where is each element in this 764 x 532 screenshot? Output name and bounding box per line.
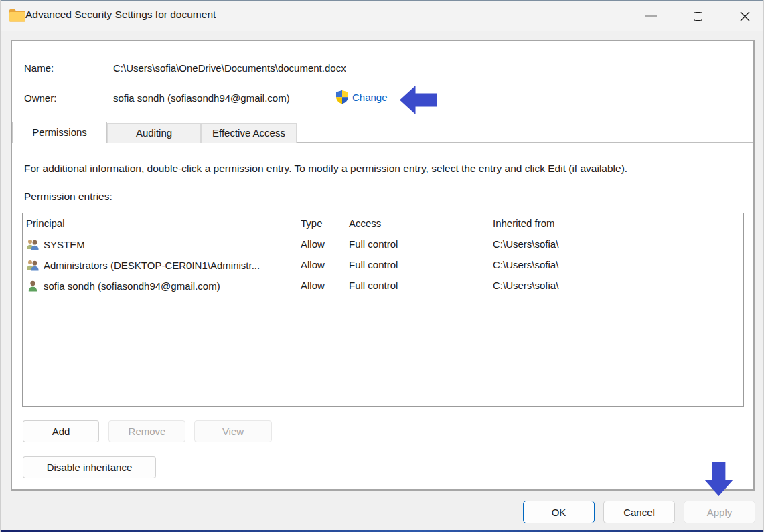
owner-value: sofia sondh (sofiasondh94@gmail.com) (113, 92, 290, 104)
column-header-inherited-from[interactable]: Inherited from (487, 213, 743, 234)
main-panel: Name: C:\Users\sofia\OneDrive\Documents\… (11, 40, 755, 491)
titlebar: Advanced Security Settings for document (1, 1, 763, 31)
user-icon (26, 280, 40, 292)
table-row-administrators[interactable]: Administrators (DESKTOP-CER0IN1\Administ… (23, 255, 743, 276)
remove-button[interactable]: Remove (108, 420, 185, 442)
entry-access: Full control (343, 255, 487, 276)
close-icon (739, 11, 751, 22)
entry-access: Full control (343, 234, 487, 255)
close-button[interactable] (729, 1, 760, 31)
entry-inherited-from: C:\Users\sofia\ (487, 276, 743, 296)
table-row-sofia[interactable]: sofia sondh (sofiasondh94@gmail.com) All… (23, 276, 743, 296)
table-header-row: Principal Type Access Inherited from (23, 213, 743, 234)
entry-type: Allow (295, 255, 343, 276)
view-button[interactable]: View (194, 420, 272, 442)
entry-access: Full control (343, 276, 487, 296)
folder-icon (9, 9, 26, 23)
entry-inherited-from: C:\Users\sofia\ (487, 234, 743, 255)
permission-entries-label: Permission entries: (24, 191, 112, 203)
tab-permissions[interactable]: Permissions (12, 122, 107, 143)
principal-name: Administrators (DESKTOP-CER0IN1\Administ… (44, 256, 260, 276)
entry-inherited-from: C:\Users\sofia\ (487, 255, 743, 276)
tab-auditing[interactable]: Auditing (107, 123, 201, 143)
column-header-type[interactable]: Type (295, 213, 343, 234)
principal-name: SYSTEM (44, 235, 85, 255)
entry-type: Allow (295, 276, 343, 296)
permission-entries-table: Principal Type Access Inherited from SYS… (22, 213, 744, 407)
change-owner-link[interactable]: Change (352, 92, 388, 103)
principal-name: sofia sondh (sofiasondh94@gmail.com) (44, 276, 220, 296)
users-icon (26, 259, 40, 272)
maximize-icon (694, 12, 702, 21)
info-text: For additional information, double-click… (24, 163, 741, 175)
column-header-access[interactable]: Access (343, 213, 487, 234)
name-label: Name: (24, 62, 54, 74)
minimize-icon (645, 15, 657, 17)
entry-type: Allow (295, 234, 343, 255)
uac-shield-icon (335, 90, 350, 104)
minimize-button[interactable] (635, 1, 666, 31)
disable-inheritance-button[interactable]: Disable inheritance (23, 456, 156, 478)
advanced-security-settings-dialog: Advanced Security Settings for document … (0, 0, 764, 532)
apply-button[interactable]: Apply (684, 501, 755, 523)
table-row-system[interactable]: SYSTEM Allow Full control C:\Users\sofia… (23, 234, 743, 255)
ok-button[interactable]: OK (523, 501, 595, 523)
maximize-button[interactable] (682, 1, 713, 31)
cancel-button[interactable]: Cancel (603, 501, 675, 523)
tab-strip: Permissions Auditing Effective Access (12, 122, 753, 143)
add-button[interactable]: Add (23, 420, 99, 442)
name-value: C:\Users\sofia\OneDrive\Documents\docume… (113, 62, 346, 74)
window-title: Advanced Security Settings for document (25, 9, 216, 21)
tab-effective-access[interactable]: Effective Access (201, 123, 297, 143)
users-icon (26, 238, 40, 251)
owner-label: Owner: (24, 92, 56, 104)
column-header-principal[interactable]: Principal (23, 213, 295, 234)
